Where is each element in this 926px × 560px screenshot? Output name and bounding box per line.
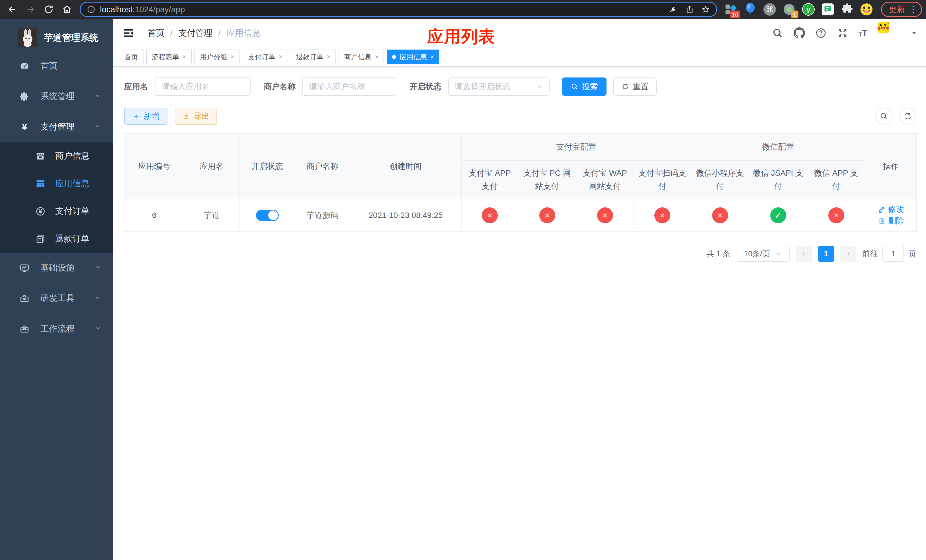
- sidebar-item-merchant-info[interactable]: 商户信息: [0, 142, 113, 170]
- sidebar: 芋道管理系统 首页 系统管理 ¥ 支付管理: [0, 19, 113, 560]
- breadcrumb-home[interactable]: 首页: [147, 27, 165, 39]
- yen-circle-icon: [35, 206, 46, 217]
- share-icon[interactable]: [685, 5, 694, 14]
- merchant-name-label: 商户名称: [264, 81, 295, 92]
- close-icon[interactable]: ×: [430, 53, 434, 61]
- back-icon[interactable]: [4, 1, 21, 18]
- toolbox-icon: [19, 293, 30, 304]
- forward-icon[interactable]: [22, 1, 39, 18]
- tab-pay-order[interactable]: 支付订单×: [243, 50, 288, 64]
- tab-merchant-info[interactable]: 商户信息×: [339, 50, 384, 64]
- export-button[interactable]: 导出: [175, 107, 217, 125]
- url-text[interactable]: localhost:1024/pay/app: [100, 5, 185, 14]
- app-table: 应用编号 应用名 开启状态 商户名称 创建时间 支付宝配置 微信配置 操作 支付…: [124, 133, 916, 232]
- page-size-select[interactable]: 10条/页: [737, 246, 790, 262]
- fullscreen-icon[interactable]: [837, 27, 848, 39]
- pagination: 共 1 条 10条/页 1 前往 页: [124, 246, 916, 262]
- extension-command-icon[interactable]: ⌘: [763, 3, 776, 16]
- github-icon[interactable]: [794, 27, 805, 39]
- extensions-row: 10 ⌘ 1 y: [725, 3, 873, 16]
- col-wechat-app: 微信 APP 支付: [807, 160, 865, 199]
- sidebar-item-refund-order[interactable]: 退款订单: [0, 225, 113, 253]
- extension-balloon-icon[interactable]: [744, 3, 757, 16]
- collapse-sidebar-icon[interactable]: [123, 27, 135, 39]
- breadcrumb-current: 应用信息: [226, 27, 260, 39]
- extension-emoji-icon[interactable]: [860, 3, 873, 16]
- navbar: 首页 / 支付管理 / 应用信息 应用列表 TT: [113, 19, 926, 47]
- help-icon[interactable]: [815, 27, 827, 39]
- reload-icon[interactable]: [41, 1, 57, 18]
- site-info-icon[interactable]: [87, 5, 95, 14]
- search-icon[interactable]: [772, 27, 783, 39]
- chevron-down-icon: [94, 92, 101, 101]
- app-logo[interactable]: 芋道管理系统: [0, 19, 113, 51]
- extension-chat-icon[interactable]: [821, 3, 834, 16]
- sidebar-item-label: 基础设施: [41, 262, 75, 274]
- close-icon[interactable]: ×: [231, 53, 235, 61]
- cell-created: 2021-10-23 08:49:25: [350, 199, 461, 232]
- hide-search-button[interactable]: [875, 107, 893, 125]
- app-name-input[interactable]: [155, 77, 251, 96]
- sidebar-item-pay-order[interactable]: 支付订单: [0, 197, 113, 225]
- search-icon: [879, 112, 888, 121]
- extensions-puzzle-icon[interactable]: [841, 3, 854, 16]
- close-icon[interactable]: ×: [327, 53, 331, 61]
- sidebar-item-app-info[interactable]: 应用信息: [0, 170, 113, 197]
- close-icon[interactable]: ×: [183, 53, 186, 61]
- col-app-id: 应用编号: [124, 133, 184, 199]
- sidebar-item-dev-tools[interactable]: 研发工具: [0, 283, 113, 313]
- sidebar-item-payment[interactable]: ¥ 支付管理: [0, 112, 113, 142]
- prev-page-button[interactable]: [796, 246, 812, 262]
- tab-user-group[interactable]: 用户分组×: [195, 50, 240, 64]
- merchant-name-input[interactable]: [303, 77, 396, 96]
- edit-link[interactable]: 修改: [878, 204, 904, 215]
- tab-refund-order[interactable]: 退款订单×: [291, 50, 336, 64]
- home-icon[interactable]: [59, 1, 75, 18]
- sidebar-item-label: 系统管理: [41, 91, 75, 102]
- tab-process-form[interactable]: 流程表单×: [146, 50, 192, 64]
- breadcrumb-payment[interactable]: 支付管理: [178, 27, 212, 39]
- close-icon[interactable]: ×: [279, 53, 283, 61]
- font-size-icon[interactable]: TT: [858, 29, 867, 37]
- bookmark-star-icon[interactable]: [701, 5, 710, 14]
- status-toggle[interactable]: [256, 210, 279, 221]
- sidebar-item-system[interactable]: 系统管理: [0, 81, 113, 112]
- delete-link[interactable]: 删除: [878, 215, 904, 226]
- sync-icon: [903, 112, 912, 121]
- total-label: 共 1 条: [707, 249, 730, 259]
- search-button[interactable]: 搜索: [562, 77, 607, 96]
- page-1-button[interactable]: 1: [818, 246, 834, 262]
- caret-down-icon[interactable]: [911, 30, 917, 36]
- breadcrumb-separator: /: [170, 28, 172, 38]
- sidebar-item-workflow[interactable]: 工作流程: [0, 313, 113, 344]
- col-group-alipay: 支付宝配置: [461, 133, 691, 160]
- sidebar-item-label: 首页: [41, 60, 57, 72]
- tab-home[interactable]: 首页: [119, 50, 144, 64]
- tab-app-info[interactable]: 应用信息×: [387, 50, 439, 64]
- chevron-down-icon: [94, 294, 101, 303]
- sidebar-item-infrastructure[interactable]: 基础设施: [0, 253, 113, 283]
- close-icon[interactable]: ×: [375, 53, 378, 61]
- password-key-icon[interactable]: [669, 5, 678, 14]
- add-button[interactable]: 新增: [124, 107, 168, 125]
- avatar[interactable]: [878, 22, 900, 44]
- extension-blocks-icon[interactable]: 10: [725, 3, 737, 16]
- extension-y-icon[interactable]: y: [802, 3, 815, 16]
- extension-record-icon[interactable]: 1: [782, 3, 796, 16]
- refresh-icon: [621, 83, 629, 91]
- col-wechat-mini: 微信小程序支付: [691, 160, 749, 199]
- col-group-wechat: 微信配置: [691, 133, 865, 160]
- sidebar-item-home[interactable]: 首页: [0, 51, 113, 81]
- address-bar[interactable]: localhost:1024/pay/app: [80, 2, 717, 17]
- dashboard-icon: [19, 61, 30, 72]
- sidebar-item-label: 支付订单: [55, 205, 89, 217]
- status-x-icon: ×: [828, 207, 844, 223]
- status-select[interactable]: 请选择开启状态: [448, 77, 549, 96]
- status-x-icon: ×: [597, 207, 613, 223]
- browser-menu-kebab-icon[interactable]: ⋮: [909, 5, 918, 14]
- browser-update-button[interactable]: 更新 ⋮: [881, 2, 922, 17]
- next-page-button[interactable]: [840, 246, 856, 262]
- reset-button[interactable]: 重置: [613, 77, 657, 96]
- goto-page-input[interactable]: [882, 246, 904, 262]
- refresh-table-button[interactable]: [899, 107, 916, 125]
